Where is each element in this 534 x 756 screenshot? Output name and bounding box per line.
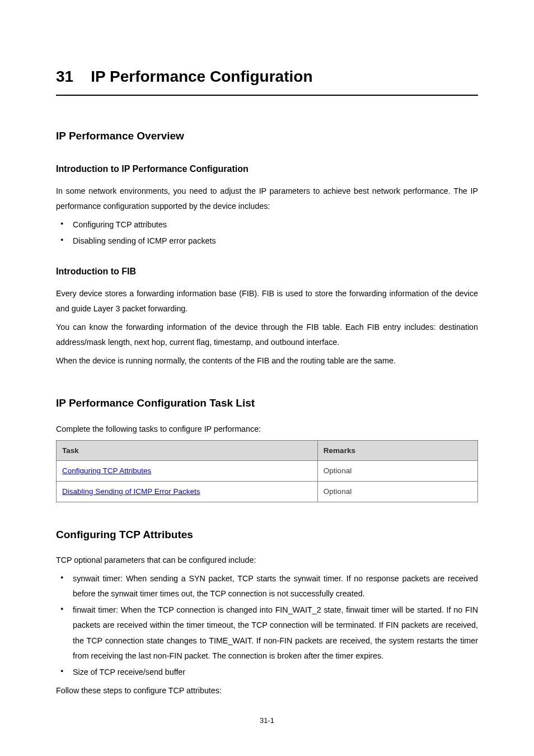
intro-subheading: Introduction to IP Performance Configura… [56, 161, 478, 178]
tasklist-heading: IP Performance Configuration Task List [56, 393, 478, 413]
chapter-number: 31 [56, 68, 73, 85]
list-item: Size of TCP receive/send buffer [56, 665, 478, 680]
table-row: Disabling Sending of ICMP Error Packets … [57, 482, 478, 502]
list-item: finwait timer: When the TCP connection i… [56, 603, 478, 664]
tcp-follow: Follow these steps to configure TCP attr… [56, 683, 478, 698]
fib-paragraph-2: You can know the forwarding information … [56, 320, 478, 350]
table-header-remarks: Remarks [317, 440, 477, 461]
chapter-rule [56, 95, 478, 96]
intro-bullet-list: Configuring TCP attributes Disabling sen… [56, 217, 478, 249]
tcp-lead: TCP optional parameters that can be conf… [56, 553, 478, 568]
task-remarks: Optional [317, 482, 477, 502]
list-item: synwait timer: When sending a SYN packet… [56, 571, 478, 601]
chapter-title: IP Performance Configuration [91, 68, 312, 85]
fib-paragraph-1: Every device stores a forwarding informa… [56, 286, 478, 316]
chapter-header: 31 IP Performance Configuration [56, 62, 478, 96]
tasklist-lead: Complete the following tasks to configur… [56, 422, 478, 437]
task-link-tcp[interactable]: Configuring TCP Attributes [62, 466, 151, 475]
fib-paragraph-3: When the device is running normally, the… [56, 353, 478, 368]
list-item: Configuring TCP attributes [56, 217, 478, 232]
task-link-icmp[interactable]: Disabling Sending of ICMP Error Packets [62, 487, 200, 496]
tcp-heading: Configuring TCP Attributes [56, 525, 478, 545]
task-remarks: Optional [317, 461, 477, 482]
task-table: Task Remarks Configuring TCP Attributes … [56, 440, 478, 502]
table-header-task: Task [57, 440, 318, 461]
page-number: 31-1 [0, 714, 534, 728]
table-row: Configuring TCP Attributes Optional [57, 461, 478, 482]
intro-paragraph: In some network environments, you need t… [56, 184, 478, 214]
fib-subheading: Introduction to FIB [56, 263, 478, 280]
overview-heading: IP Performance Overview [56, 126, 478, 146]
list-item: Disabling sending of ICMP error packets [56, 234, 478, 249]
tcp-bullet-list: synwait timer: When sending a SYN packet… [56, 571, 478, 680]
